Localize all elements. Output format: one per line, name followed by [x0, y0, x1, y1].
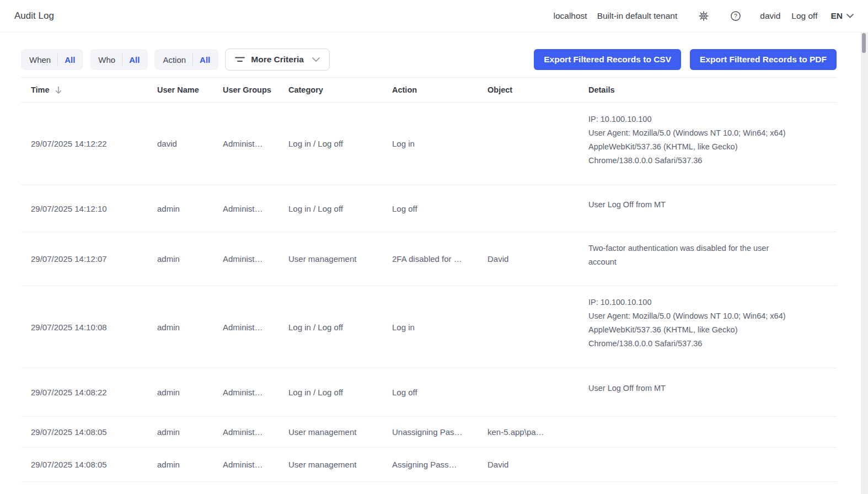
- filter-chip-who-value[interactable]: All: [129, 55, 140, 65]
- export-csv-button[interactable]: Export Filtered Records to CSV: [534, 49, 681, 70]
- tenant-label: Built-in default tenant: [597, 11, 678, 21]
- logoff-button[interactable]: Log off: [791, 11, 817, 21]
- cell-time: 29/07/2025 14:08:05: [21, 460, 147, 469]
- cell-time: 29/07/2025 14:08:22: [21, 388, 147, 397]
- cell-user-groups: Administ…: [213, 204, 278, 213]
- column-header-object[interactable]: Object: [478, 85, 578, 94]
- cell-category: Log in / Log off: [278, 388, 382, 397]
- app-header-right: localhost Built-in default tenant: [553, 9, 854, 23]
- sort-descending-icon: [55, 86, 62, 94]
- column-header-details[interactable]: Details: [578, 85, 837, 94]
- cell-category: User management: [278, 427, 382, 437]
- scrollbar-thumb[interactable]: [862, 33, 866, 53]
- gear-icon: [698, 10, 710, 22]
- app-header: Audit Log localhost Built-in default ten…: [0, 0, 868, 33]
- language-label: EN: [831, 11, 843, 21]
- column-header-user-groups[interactable]: User Groups: [213, 85, 278, 94]
- column-header-time-label: Time: [31, 85, 50, 94]
- cell-action: Unassigning Pas…: [382, 427, 478, 437]
- cell-time: 29/07/2025 14:12:22: [21, 139, 147, 148]
- filter-chip-who[interactable]: Who All: [90, 49, 148, 70]
- vertical-scrollbar[interactable]: [861, 33, 868, 494]
- cell-user-name: admin: [147, 388, 213, 397]
- page-title: Audit Log: [14, 10, 54, 22]
- cell-details: Two-factor authentication was disabled f…: [578, 241, 837, 277]
- cell-category: Log in / Log off: [278, 323, 382, 332]
- column-header-object-label: Object: [487, 85, 512, 94]
- filter-chip-who-label: Who: [98, 55, 115, 65]
- cell-user-name: admin: [147, 204, 213, 213]
- more-criteria-label: More Criteria: [251, 55, 304, 65]
- cell-time: 29/07/2025 14:12:07: [21, 254, 147, 264]
- cell-action: 2FA disabled for …: [382, 254, 478, 264]
- filter-chip-action-value[interactable]: All: [200, 55, 210, 65]
- cell-object: ken-5.app\pa…: [478, 427, 578, 437]
- cell-action: Log in: [382, 139, 478, 148]
- table-body: 29/07/2025 14:12:22 david Administ… Log …: [21, 103, 837, 482]
- cell-time: 29/07/2025 14:10:08: [21, 323, 147, 332]
- cell-action: Log off: [382, 204, 478, 213]
- cell-time: 29/07/2025 14:08:05: [21, 427, 147, 437]
- column-header-user-groups-label: User Groups: [223, 85, 271, 94]
- table-row: 29/07/2025 14:12:07 admin Administ… User…: [21, 232, 837, 286]
- cell-user-groups: Administ…: [213, 388, 278, 397]
- cell-category: User management: [278, 254, 382, 264]
- filter-chip-action-label: Action: [163, 55, 186, 65]
- svg-text:?: ?: [734, 13, 737, 19]
- table-row: 29/07/2025 14:08:05 admin Administ… User…: [21, 448, 837, 482]
- cell-details: IP: 10.100.10.100 User Agent: Mozilla/5.…: [578, 112, 837, 175]
- settings-button[interactable]: [697, 9, 710, 23]
- column-header-action[interactable]: Action: [382, 85, 478, 94]
- help-button[interactable]: ?: [729, 9, 742, 23]
- cell-details: IP: 10.100.10.100 User Agent: Mozilla/5.…: [578, 296, 837, 358]
- user-menu[interactable]: david: [760, 11, 780, 21]
- cell-object: David: [478, 460, 578, 469]
- cell-user-groups: Administ…: [213, 254, 278, 264]
- help-icon: ?: [730, 10, 742, 22]
- cell-user-name: admin: [147, 254, 213, 264]
- cell-user-name: admin: [147, 323, 213, 332]
- chevron-down-icon: [312, 57, 320, 62]
- cell-user-groups: Administ…: [213, 323, 278, 332]
- more-criteria-button[interactable]: More Criteria: [225, 49, 330, 71]
- column-header-details-label: Details: [588, 85, 615, 94]
- cell-user-name: admin: [147, 427, 213, 437]
- cell-user-name: david: [147, 139, 213, 148]
- column-header-user-name[interactable]: User Name: [147, 85, 213, 94]
- export-buttons: Export Filtered Records to CSV Export Fi…: [534, 49, 837, 70]
- export-pdf-button[interactable]: Export Filtered Records to PDF: [690, 49, 837, 70]
- column-header-time[interactable]: Time: [21, 85, 147, 94]
- table-row: 29/07/2025 14:08:05 admin Administ… User…: [21, 417, 837, 448]
- cell-details: User Log Off from MT: [578, 198, 837, 219]
- audit-log-table: Time User Name User Groups Category Acti…: [21, 77, 837, 482]
- language-selector[interactable]: EN: [831, 11, 854, 21]
- filter-toolbar: When All Who All Action All More Criteri…: [21, 49, 837, 71]
- column-header-action-label: Action: [392, 85, 417, 94]
- filter-chip-when-value[interactable]: All: [65, 55, 75, 65]
- filter-chip-when-label: When: [29, 55, 51, 65]
- cell-time: 29/07/2025 14:12:10: [21, 204, 147, 213]
- table-row: 29/07/2025 14:08:22 admin Administ… Log …: [21, 368, 837, 417]
- chevron-down-icon: [846, 14, 854, 18]
- cell-details: User Log Off from MT: [578, 382, 837, 403]
- cell-user-groups: Administ…: [213, 139, 278, 148]
- cell-category: Log in / Log off: [278, 204, 382, 213]
- column-header-category[interactable]: Category: [278, 85, 382, 94]
- chip-divider: [192, 53, 193, 66]
- cell-object: David: [478, 254, 578, 264]
- cell-action: Log in: [382, 323, 478, 332]
- cell-action: Log off: [382, 388, 478, 397]
- cell-user-groups: Administ…: [213, 460, 278, 469]
- cell-category: User management: [278, 460, 382, 469]
- table-row: 29/07/2025 14:12:10 admin Administ… Log …: [21, 185, 837, 232]
- filter-chip-when[interactable]: When All: [21, 49, 83, 70]
- column-header-user-name-label: User Name: [157, 85, 199, 94]
- host-label: localhost: [553, 11, 587, 21]
- cell-category: Log in / Log off: [278, 139, 382, 148]
- table-row: 29/07/2025 14:10:08 admin Administ… Log …: [21, 286, 837, 368]
- chip-divider: [122, 53, 122, 66]
- cell-user-name: admin: [147, 460, 213, 469]
- filter-icon: [235, 56, 245, 63]
- filter-chip-action[interactable]: Action All: [154, 49, 218, 70]
- chip-divider: [57, 53, 58, 66]
